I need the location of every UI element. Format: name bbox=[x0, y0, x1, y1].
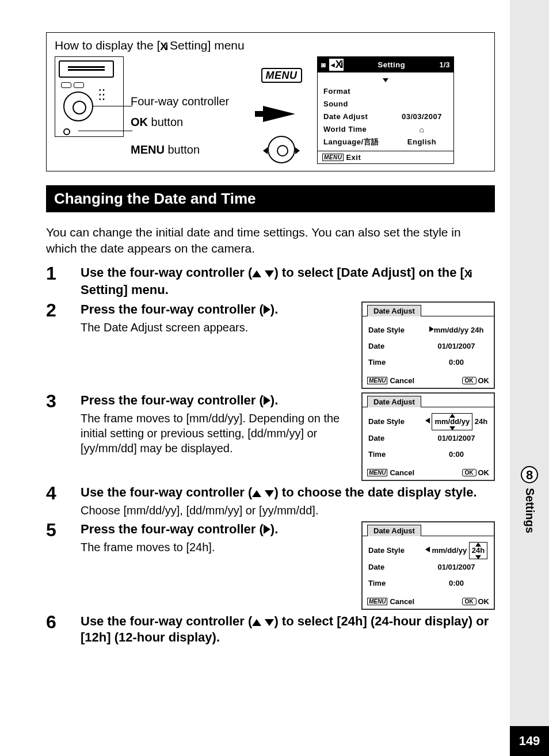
date-adjust-lcd-1: Date Adjust Date Stylemm/dd/yy 24h Date0… bbox=[361, 301, 495, 389]
step-4: 4 Use the four-way controller ( ) to cho… bbox=[46, 484, 495, 518]
lead-text: You can change the initial date and time… bbox=[46, 224, 495, 257]
diagram-labels: Four-way controller OK button MENU butto… bbox=[131, 56, 246, 160]
lcd-footer: Exit bbox=[346, 153, 361, 162]
up-icon bbox=[252, 270, 261, 277]
down-icon bbox=[265, 270, 274, 277]
step-3: 3 Press the four-way controller (). The … bbox=[46, 392, 495, 481]
camera-back-diagram: • •• •• • bbox=[55, 56, 124, 137]
right-icon bbox=[264, 396, 270, 405]
intro-box: How to display the [Xi Setting] menu • •… bbox=[46, 32, 495, 171]
ok-bold: OK bbox=[131, 116, 148, 128]
lcd-page: 1/3 bbox=[440, 61, 450, 69]
step-5: 5 Press the four-way controller (). The … bbox=[46, 521, 495, 610]
arrow-right-icon bbox=[263, 106, 295, 122]
section-heading: Changing the Date and Time bbox=[46, 185, 495, 212]
label-fourway: Four-way controller bbox=[131, 91, 246, 112]
date-adjust-lcd-3: Date Adjust Date Style mm/dd/yy 24h Date bbox=[361, 521, 495, 610]
arrow-column: MENU bbox=[253, 56, 310, 163]
setting-lcd: ◙ ◂Xi Setting 1/3 Format Sound Date Adju… bbox=[317, 56, 454, 164]
intro-title: How to display the [Xi Setting] menu bbox=[55, 39, 486, 53]
chapter-number: 8 bbox=[521, 466, 538, 483]
step-2: 2 Press the four-way controller (). The … bbox=[46, 301, 495, 389]
home-icon: ⌂ bbox=[396, 123, 448, 136]
page-margin bbox=[510, 0, 549, 756]
side-tab: 8 Settings bbox=[519, 466, 540, 533]
right-icon bbox=[264, 305, 270, 314]
down-arrow-icon bbox=[383, 78, 388, 82]
camera-icon: ◙ bbox=[321, 60, 326, 69]
tool-icon: Xi bbox=[160, 41, 166, 53]
date-adjust-lcd-2: Date Adjust Date Style mm/dd/yy 24h Date bbox=[361, 392, 495, 481]
mini-menu-badge: MENU bbox=[322, 154, 344, 161]
chapter-label: Settings bbox=[523, 488, 536, 533]
dial-icon bbox=[268, 136, 295, 163]
step-6: 6 Use the four-way controller ( ) to sel… bbox=[46, 613, 495, 646]
step-1: 1 Use the four-way controller ( ) to sel… bbox=[46, 265, 495, 298]
menu-badge: MENU bbox=[261, 68, 302, 83]
page-number: 149 bbox=[510, 726, 549, 756]
menu-bold: MENU bbox=[131, 143, 165, 156]
lcd-title: Setting bbox=[347, 60, 436, 69]
